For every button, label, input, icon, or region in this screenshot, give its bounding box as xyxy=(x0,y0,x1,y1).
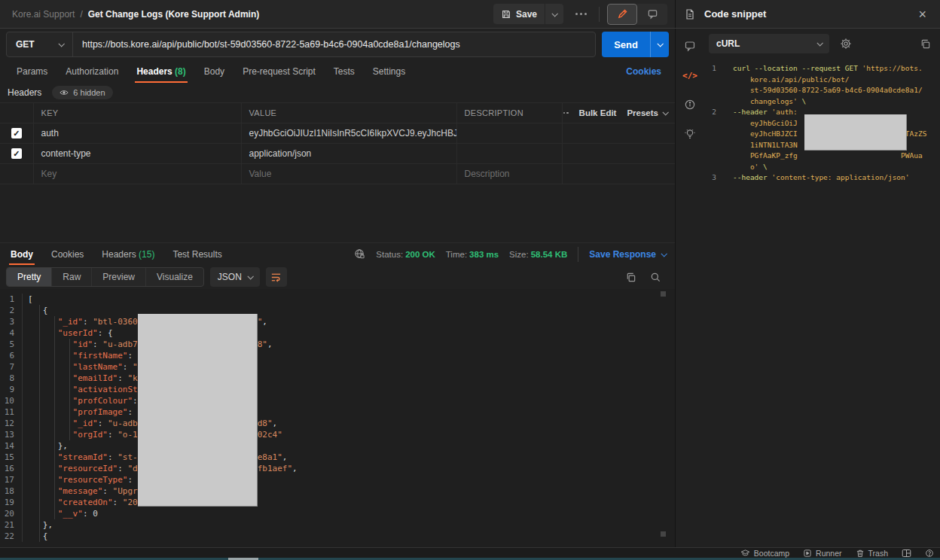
comment-mode-button[interactable] xyxy=(637,4,667,25)
response-tab-cookies[interactable]: Cookies xyxy=(42,243,93,265)
code-line: 1[ xyxy=(0,294,675,305)
search-icon[interactable] xyxy=(650,272,661,283)
wrap-text-button[interactable] xyxy=(266,267,287,287)
breadcrumb-collection[interactable]: Kore.ai Support xyxy=(12,9,75,20)
save-options-button[interactable] xyxy=(545,4,563,24)
code-line: st-59d03560-8722-5a69-b4c6-0904a0cde8a1/ xyxy=(704,85,940,96)
tab-tests[interactable]: Tests xyxy=(325,60,364,83)
tab-params[interactable]: Params xyxy=(8,60,56,83)
value-placeholder[interactable]: Value xyxy=(241,164,456,184)
lightbulb-icon xyxy=(684,128,696,140)
panels-button[interactable] xyxy=(902,549,911,558)
header-description[interactable] xyxy=(456,123,562,144)
format-select[interactable]: JSON xyxy=(210,267,260,287)
comment-icon xyxy=(684,40,696,52)
header-key[interactable]: auth xyxy=(33,123,241,144)
code-line: 21 }, xyxy=(0,519,675,531)
cookies-link[interactable]: Cookies xyxy=(626,66,667,77)
header-value[interactable]: application/json xyxy=(241,144,456,164)
copy-icon[interactable] xyxy=(920,38,931,50)
view-tab-pretty[interactable]: Pretty xyxy=(7,268,52,286)
response-meta: Status:200 OK Time:383 ms Size:58.54 KB … xyxy=(354,247,673,262)
method-select[interactable]: GET xyxy=(7,32,73,56)
code-line: 16 "resourceId": "dg 6fb1aef", xyxy=(0,463,675,474)
hidden-headers-badge[interactable]: 6 hidden xyxy=(52,86,112,99)
row-checkbox[interactable]: ✓ xyxy=(11,148,22,159)
view-tab-raw[interactable]: Raw xyxy=(52,268,92,286)
indent-guide xyxy=(54,316,55,519)
column-value: VALUE xyxy=(241,103,456,123)
gear-icon[interactable] xyxy=(840,38,852,50)
table-placeholder-row: Key Value Description xyxy=(0,164,675,184)
page-title: Get Change Logs (Kore Support Admin) xyxy=(88,9,260,20)
code-line: o' \ xyxy=(704,162,940,173)
scrollbar[interactable] xyxy=(661,531,666,537)
help-button[interactable] xyxy=(925,549,934,558)
response-tab-test-results[interactable]: Test Results xyxy=(163,243,230,265)
column-options-icon[interactable] xyxy=(562,112,569,114)
scrollbar[interactable] xyxy=(661,291,666,297)
code-line: 13 "orgId": "o-1 602c4" xyxy=(0,429,675,440)
pub-request-tab[interactable] xyxy=(682,126,698,142)
key-placeholder[interactable]: Key xyxy=(33,164,241,184)
response-body-viewer[interactable]: 1[2 {3 "_id": "btl-03608 9",4 "userId": … xyxy=(0,289,675,547)
url-row: GET Send xyxy=(0,29,675,60)
code-line: 3--header 'content-type: application/jso… xyxy=(704,172,940,184)
header-description[interactable] xyxy=(456,144,562,164)
edit-mode-button[interactable] xyxy=(607,4,637,25)
response-tab-body[interactable]: Body xyxy=(2,243,42,265)
size-badge: Size:58.54 KB xyxy=(509,250,567,259)
code-line: 4 "userId": { xyxy=(0,327,675,339)
send-button[interactable]: Send xyxy=(602,32,650,57)
bootcamp-button[interactable]: Bootcamp xyxy=(740,549,789,558)
code-tab[interactable]: </> xyxy=(682,67,698,84)
tab-headers[interactable]: Headers (8) xyxy=(127,60,194,83)
runner-button[interactable]: Runner xyxy=(803,549,841,558)
presets-dropdown[interactable]: Presets xyxy=(627,108,667,117)
code-line: 8 "emailId": "k xyxy=(0,373,675,384)
view-mode-tabs: PrettyRawPreviewVisualize xyxy=(6,267,204,287)
tab-body[interactable]: Body xyxy=(195,60,233,83)
time-badge: Time:383 ms xyxy=(446,250,499,259)
header-value[interactable]: eyJhbGciOiJIUzI1NiIsInR5cCI6IkpXVCJ9.eyJ… xyxy=(241,123,456,144)
trash-button[interactable]: Trash xyxy=(856,549,888,558)
save-button[interactable]: Save xyxy=(493,4,545,24)
response-code: 1[2 {3 "_id": "btl-03608 9",4 "userId": … xyxy=(0,294,675,542)
language-select[interactable]: cURL xyxy=(709,34,829,53)
tab-pre-request-script[interactable]: Pre-request Script xyxy=(233,60,325,83)
info-tab[interactable] xyxy=(682,96,698,113)
tab-settings[interactable]: Settings xyxy=(364,60,414,83)
send-button-group: Send xyxy=(602,32,669,57)
code-line: 19 "createdOn": "202 xyxy=(0,497,675,508)
url-input[interactable] xyxy=(73,32,595,56)
response-view-toolbar: PrettyRawPreviewVisualize JSON xyxy=(0,265,675,289)
copy-icon[interactable] xyxy=(625,272,636,283)
code-icon: </> xyxy=(682,71,697,81)
bulk-edit-button[interactable]: Bulk Edit xyxy=(579,108,617,117)
save-response-dropdown[interactable]: Save Response xyxy=(589,249,666,260)
save-label: Save xyxy=(516,9,537,20)
description-placeholder[interactable]: Description xyxy=(456,164,562,184)
code-line: 14 }, xyxy=(0,440,675,452)
more-options-button[interactable] xyxy=(571,8,591,20)
code-line: PGfAaKP_zfg PWAua xyxy=(704,151,940,162)
runner-icon xyxy=(803,549,812,558)
row-checkbox[interactable]: ✓ xyxy=(11,128,22,138)
chevron-down-icon xyxy=(657,41,663,47)
request-actions: Save xyxy=(493,4,667,25)
view-tab-preview[interactable]: Preview xyxy=(92,268,146,286)
response-tab-headers[interactable]: Headers (15) xyxy=(93,243,163,265)
view-tab-visualize[interactable]: Visualize xyxy=(146,268,203,286)
code-line: changelogs' \ xyxy=(704,96,940,108)
tab-authorization[interactable]: Authorization xyxy=(56,60,127,83)
app-window: Kore.ai Support / Get Change Logs (Kore … xyxy=(0,0,940,560)
code-line: 9 "activationSt xyxy=(0,384,675,395)
close-icon[interactable]: × xyxy=(914,6,931,23)
code-line: 3 "_id": "btl-03608 9", xyxy=(0,316,675,327)
send-options-button[interactable] xyxy=(650,32,669,57)
trash-label: Trash xyxy=(868,549,888,558)
comments-tab[interactable] xyxy=(682,38,698,54)
code-line: 6 "firstName": xyxy=(0,350,675,361)
header-key[interactable]: content-type xyxy=(33,144,241,164)
chevron-down-icon xyxy=(816,40,822,46)
